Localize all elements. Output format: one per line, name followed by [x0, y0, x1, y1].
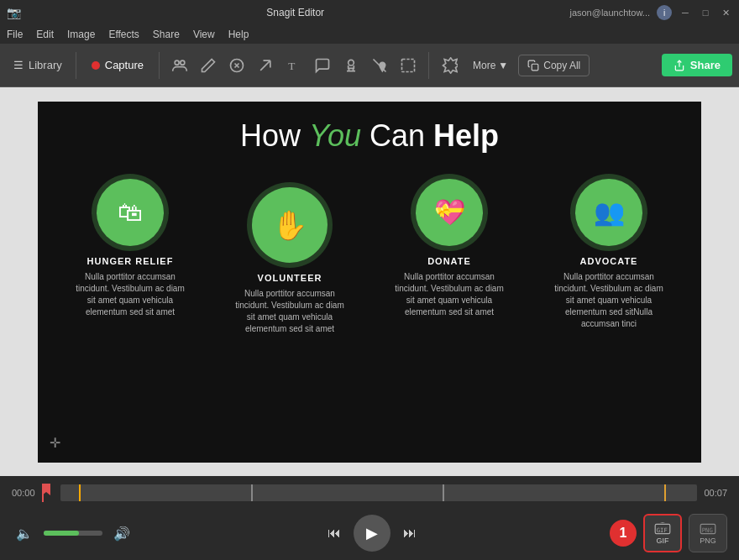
more-button[interactable]: More ▼	[466, 55, 515, 76]
donate-desc: Nulla porttitor accumsan tincidunt. Vest…	[395, 271, 504, 318]
controls-row: 🔈 🔊 ⏮ ▶ ⏭ 1 GIF GIF PNG PNG	[0, 510, 739, 557]
flag-icon	[42, 484, 54, 502]
card-hunger-relief: 🛍 HUNGER RELIEF Nulla porttitor accumsan…	[63, 179, 197, 318]
svg-text:T: T	[288, 60, 295, 72]
menu-edit[interactable]: Edit	[36, 29, 54, 40]
volume-down-button[interactable]: 🔈	[12, 521, 37, 546]
volunteer-icon: ✋	[252, 187, 328, 263]
title-bar: 📷 Snagit Editor jason@launchtow... i ─ □…	[0, 0, 739, 25]
volunteer-desc: Nulla porttitor accumsan tincidunt. Vest…	[235, 288, 344, 335]
tool-group: T	[166, 48, 422, 83]
more-chevron-icon: ▼	[498, 60, 508, 71]
timeline-flag-area	[42, 484, 54, 502]
time-start-label: 00:00	[12, 488, 35, 498]
cards-row: 🛍 HUNGER RELIEF Nulla porttitor accumsan…	[63, 179, 676, 335]
svg-point-1	[181, 60, 185, 65]
toolbar: ☰ Library Capture T	[0, 44, 739, 87]
svg-rect-5	[402, 59, 415, 71]
svg-text:GIF: GIF	[657, 526, 668, 534]
fill-tool[interactable]	[366, 48, 393, 83]
menu-view[interactable]: View	[193, 29, 215, 40]
svg-rect-9	[42, 484, 44, 502]
export-gif-button[interactable]: GIF GIF	[643, 514, 682, 552]
more-label: More	[473, 60, 495, 71]
share-icon	[673, 60, 685, 71]
capture-button[interactable]: Capture	[83, 55, 152, 75]
timeline-mark-1	[251, 484, 253, 501]
user-name: jason@launchtow...	[569, 8, 650, 18]
advocate-label: ADVOCATE	[580, 256, 638, 266]
svg-point-4	[349, 60, 354, 65]
arrow-tool[interactable]	[252, 48, 279, 83]
advocate-desc: Nulla porttitor accumsan tincidunt. Vest…	[554, 271, 663, 330]
title-bar-icon: 📷	[7, 6, 21, 19]
advocate-icon: 👥	[575, 179, 642, 246]
profiles-tool[interactable]	[166, 48, 193, 83]
app-title: Snagit Editor	[21, 7, 569, 18]
menu-bar: File Edit Image Effects Share View Help	[0, 25, 739, 44]
minimize-button[interactable]: ─	[679, 6, 692, 19]
capture-label: Capture	[105, 59, 144, 71]
timeline-track[interactable]	[60, 484, 698, 501]
share-button[interactable]: Share	[662, 54, 732, 76]
slide-content: How You Can Help 🛍 HUNGER RELIEF Nulla p…	[38, 102, 701, 463]
hunger-relief-label: HUNGER RELIEF	[87, 256, 174, 266]
volume-fill	[44, 531, 79, 536]
maximize-button[interactable]: □	[699, 6, 712, 19]
step-forward-button[interactable]: ⏭	[397, 521, 422, 546]
capture-dot	[92, 61, 100, 70]
time-end-label: 00:07	[704, 488, 727, 498]
menu-image[interactable]: Image	[67, 29, 95, 40]
hunger-relief-icon: 🛍	[97, 179, 164, 246]
title-can: Can	[370, 118, 433, 153]
stamp-tool[interactable]	[338, 48, 364, 83]
menu-help[interactable]: Help	[228, 29, 249, 40]
toolbar-separator-1	[76, 52, 76, 79]
slide-title: How You Can Help	[240, 118, 499, 154]
timeline-area: 00:00 00:07	[0, 476, 739, 510]
gif-label: GIF	[657, 536, 669, 545]
user-avatar: i	[657, 5, 672, 20]
hamburger-icon: ☰	[13, 59, 24, 71]
share-label: Share	[690, 59, 721, 71]
copy-icon	[527, 60, 539, 71]
library-label: Library	[29, 59, 62, 71]
copy-all-label: Copy All	[543, 60, 580, 71]
close-button[interactable]: ✕	[719, 6, 732, 19]
toolbar-separator-2	[159, 52, 160, 79]
menu-share[interactable]: Share	[153, 29, 180, 40]
play-button[interactable]: ▶	[354, 515, 390, 552]
title-bar-menu: 📷	[7, 6, 21, 19]
png-icon: PNG	[700, 522, 716, 536]
text-tool[interactable]: T	[280, 48, 307, 83]
volume-up-button[interactable]: 🔊	[109, 521, 134, 546]
title-help: Help	[433, 118, 499, 153]
marquee-tool[interactable]	[395, 48, 422, 83]
menu-effects[interactable]: Effects	[108, 29, 139, 40]
svg-point-0	[175, 60, 179, 65]
main-canvas-area: How You Can Help 🛍 HUNGER RELIEF Nulla p…	[0, 87, 739, 476]
move-cursor-icon: ✛	[50, 435, 60, 451]
title-how: How	[240, 118, 309, 153]
shape-tool[interactable]	[223, 48, 250, 83]
library-button[interactable]: ☰ Library	[7, 55, 69, 75]
title-you: You	[309, 118, 361, 153]
timeline-playhead	[79, 484, 81, 501]
menu-file[interactable]: File	[7, 29, 23, 40]
gif-icon: GIF	[654, 522, 671, 536]
step-back-button[interactable]: ⏮	[322, 521, 347, 546]
pencil-tool[interactable]	[195, 48, 222, 83]
title-bar-controls: jason@launchtow... i ─ □ ✕	[569, 5, 732, 20]
magic-select-tool[interactable]	[436, 48, 463, 83]
timeline-mark-2	[443, 484, 444, 501]
copy-all-button[interactable]: Copy All	[518, 55, 590, 76]
notification-badge: 1	[610, 520, 637, 547]
canvas[interactable]: How You Can Help 🛍 HUNGER RELIEF Nulla p…	[38, 102, 701, 463]
callout-tool[interactable]	[309, 48, 336, 83]
volume-bar[interactable]	[44, 531, 102, 536]
export-png-button[interactable]: PNG PNG	[689, 514, 727, 552]
card-donate: 💝 DONATE Nulla porttitor accumsan tincid…	[382, 179, 516, 318]
toolbar-separator-3	[428, 52, 429, 79]
donate-label: DONATE	[427, 256, 471, 266]
hunger-relief-desc: Nulla porttitor accumsan tincidunt. Vest…	[76, 271, 185, 318]
